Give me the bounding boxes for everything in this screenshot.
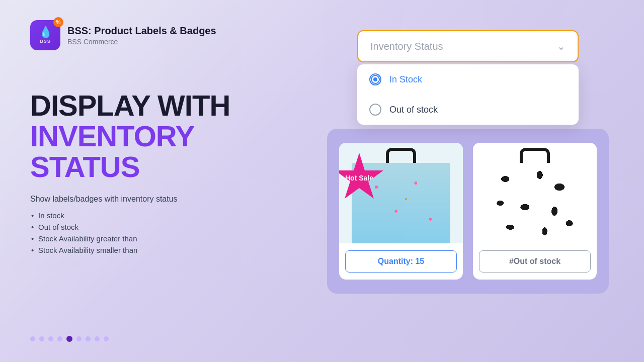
dot-6[interactable] bbox=[76, 336, 82, 341]
right-panel: Inventory Status ⌄ In Stock Out of stock bbox=[302, 0, 644, 362]
list-item: In stock bbox=[30, 210, 272, 221]
dot-3[interactable] bbox=[48, 336, 53, 341]
dot-9[interactable] bbox=[104, 336, 109, 341]
inventory-status-dropdown: Inventory Status ⌄ In Stock Out of stock bbox=[357, 30, 579, 125]
heading-line2: INVENTORY bbox=[30, 121, 272, 152]
product-card-2: #Out of stock bbox=[473, 143, 597, 280]
tote-bag-illustration-2 bbox=[473, 143, 597, 243]
product-card-1: Hot Sale Quantity: 15 bbox=[339, 143, 463, 280]
dalmatian-pattern bbox=[486, 163, 585, 243]
page-container: 💧 BSS % BSS: Product Labels & Badges BSS… bbox=[0, 0, 644, 362]
app-title-block: BSS: Product Labels & Badges BSS Commerc… bbox=[67, 25, 216, 46]
badge-star-shape: Hot Sale bbox=[339, 153, 384, 203]
dot-5-active[interactable] bbox=[66, 336, 72, 342]
product-image-2 bbox=[473, 143, 597, 243]
list-item: Stock Availability smaller than bbox=[30, 244, 272, 256]
product-showcase: Hot Sale Quantity: 15 bbox=[327, 129, 609, 294]
dot-4[interactable] bbox=[57, 336, 62, 341]
badge-text: Hot Sale bbox=[345, 174, 373, 183]
dot-8[interactable] bbox=[95, 336, 100, 341]
radio-out-of-stock[interactable] bbox=[369, 104, 381, 116]
outofstock-label-box: #Out of stock bbox=[479, 250, 591, 273]
tote-body-2 bbox=[486, 163, 585, 243]
radio-in-stock[interactable] bbox=[369, 73, 381, 85]
left-panel: 💧 BSS % BSS: Product Labels & Badges BSS… bbox=[0, 0, 302, 362]
app-subtitle: BSS Commerce bbox=[67, 38, 216, 46]
description-text: Show labels/badges with inventory status bbox=[30, 195, 272, 204]
pagination-dots bbox=[30, 316, 272, 342]
option-out-of-stock[interactable]: Out of stock bbox=[357, 95, 579, 125]
option-in-stock[interactable]: In Stock bbox=[357, 64, 579, 95]
logo-icon: 💧 bbox=[39, 27, 52, 38]
main-heading: DISPLAY WITH INVENTORY STATUS bbox=[30, 90, 272, 183]
app-header: 💧 BSS % BSS: Product Labels & Badges BSS… bbox=[30, 20, 272, 50]
tote-handle-1 bbox=[386, 148, 416, 163]
dropdown-menu: In Stock Out of stock bbox=[357, 64, 579, 125]
quantity-text: Quantity: 15 bbox=[378, 257, 424, 265]
logo-label: BSS bbox=[40, 39, 51, 44]
list-item: Out of stock bbox=[30, 221, 272, 233]
dot-7[interactable] bbox=[86, 336, 91, 341]
app-logo: 💧 BSS % bbox=[30, 20, 60, 50]
hot-sale-badge: Hot Sale bbox=[339, 153, 384, 203]
product-label-2: #Out of stock bbox=[473, 243, 597, 280]
outofstock-text: #Out of stock bbox=[509, 257, 560, 265]
radio-inner-selected bbox=[372, 76, 379, 83]
product-label-1: Quantity: 15 bbox=[339, 243, 463, 280]
option-label-in-stock: In Stock bbox=[389, 74, 422, 85]
dot-1[interactable] bbox=[30, 336, 35, 341]
dropdown-trigger[interactable]: Inventory Status ⌄ bbox=[357, 30, 579, 62]
tote-handle-2 bbox=[520, 148, 550, 163]
feature-list: In stock Out of stock Stock Availability… bbox=[30, 210, 272, 256]
app-title: BSS: Product Labels & Badges bbox=[67, 25, 216, 37]
chevron-down-icon: ⌄ bbox=[557, 40, 566, 52]
option-label-out-of-stock: Out of stock bbox=[389, 105, 438, 115]
dropdown-placeholder: Inventory Status bbox=[370, 41, 443, 52]
product-image-1: Hot Sale bbox=[339, 143, 463, 243]
quantity-label-box: Quantity: 15 bbox=[345, 250, 457, 273]
heading-line3: STATUS bbox=[30, 152, 272, 183]
list-item: Stock Availability greater than bbox=[30, 233, 272, 244]
heading-line1: DISPLAY WITH bbox=[30, 90, 272, 121]
dot-2[interactable] bbox=[39, 336, 44, 341]
logo-badge: % bbox=[53, 17, 63, 27]
